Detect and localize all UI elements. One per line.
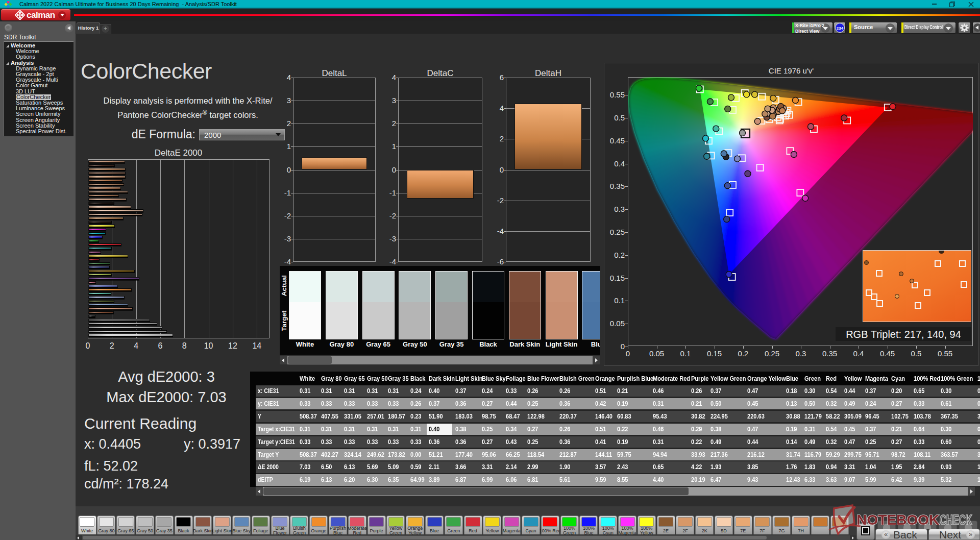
svg-text:NOTEBOOK: NOTEBOOK bbox=[856, 511, 940, 528]
svg-text:CHECK: CHECK bbox=[940, 512, 972, 528]
